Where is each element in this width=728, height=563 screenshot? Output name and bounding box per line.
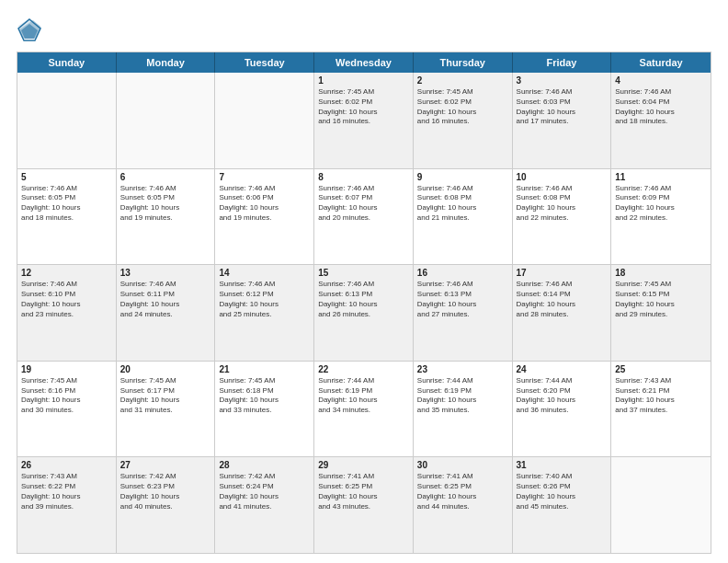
calendar-body: 1Sunrise: 7:45 AMSunset: 6:02 PMDaylight… — [17, 73, 711, 553]
calendar-header-cell: Sunday — [17, 52, 117, 73]
cell-info: Sunrise: 7:44 AMSunset: 6:19 PMDaylight:… — [417, 376, 508, 416]
cell-info: Sunrise: 7:41 AMSunset: 6:25 PMDaylight:… — [417, 472, 508, 511]
calendar-cell: 7Sunrise: 7:46 AMSunset: 6:06 PMDaylight… — [215, 169, 314, 265]
cell-info: Sunrise: 7:46 AMSunset: 6:03 PMDaylight:… — [517, 87, 608, 127]
cell-info: Sunrise: 7:46 AMSunset: 6:09 PMDaylight:… — [615, 184, 707, 224]
calendar-cell: 3Sunrise: 7:46 AMSunset: 6:03 PMDaylight… — [513, 73, 612, 168]
calendar-cell: 27Sunrise: 7:42 AMSunset: 6:23 PMDayligh… — [117, 457, 216, 553]
calendar-cell: 30Sunrise: 7:41 AMSunset: 6:25 PMDayligh… — [414, 457, 513, 553]
cell-info: Sunrise: 7:45 AMSunset: 6:18 PMDaylight:… — [219, 376, 310, 416]
cell-info: Sunrise: 7:46 AMSunset: 6:10 PMDaylight:… — [21, 280, 112, 319]
calendar-cell: 19Sunrise: 7:45 AMSunset: 6:16 PMDayligh… — [17, 362, 117, 457]
calendar-cell: 5Sunrise: 7:46 AMSunset: 6:05 PMDaylight… — [17, 169, 117, 265]
day-number: 19 — [21, 364, 112, 374]
cell-info: Sunrise: 7:45 AMSunset: 6:15 PMDaylight:… — [615, 280, 707, 319]
cell-info: Sunrise: 7:40 AMSunset: 6:26 PMDaylight:… — [517, 472, 608, 511]
day-number: 9 — [417, 172, 508, 182]
calendar-cell: 11Sunrise: 7:46 AMSunset: 6:09 PMDayligh… — [611, 169, 711, 265]
calendar: SundayMondayTuesdayWednesdayThursdayFrid… — [17, 52, 711, 554]
calendar-cell: 13Sunrise: 7:46 AMSunset: 6:11 PMDayligh… — [117, 265, 216, 361]
day-number: 24 — [517, 364, 608, 374]
day-number: 17 — [517, 268, 608, 278]
cell-info: Sunrise: 7:46 AMSunset: 6:08 PMDaylight:… — [417, 184, 508, 224]
calendar-cell: 12Sunrise: 7:46 AMSunset: 6:10 PMDayligh… — [17, 265, 117, 361]
day-number: 5 — [21, 172, 112, 182]
cell-info: Sunrise: 7:41 AMSunset: 6:25 PMDaylight:… — [318, 472, 409, 511]
calendar-cell: 9Sunrise: 7:46 AMSunset: 6:08 PMDaylight… — [414, 169, 513, 265]
page: SundayMondayTuesdayWednesdayThursdayFrid… — [0, 0, 728, 563]
cell-info: Sunrise: 7:46 AMSunset: 6:06 PMDaylight:… — [219, 184, 310, 224]
day-number: 22 — [318, 364, 409, 374]
day-number: 13 — [120, 268, 211, 278]
day-number: 23 — [417, 364, 508, 374]
calendar-header-cell: Tuesday — [215, 52, 314, 73]
calendar-cell: 10Sunrise: 7:46 AMSunset: 6:08 PMDayligh… — [513, 169, 612, 265]
cell-info: Sunrise: 7:46 AMSunset: 6:11 PMDaylight:… — [120, 280, 211, 319]
logo-icon — [17, 17, 42, 42]
cell-info: Sunrise: 7:46 AMSunset: 6:08 PMDaylight:… — [517, 184, 608, 224]
day-number: 3 — [517, 75, 608, 86]
calendar-week: 5Sunrise: 7:46 AMSunset: 6:05 PMDaylight… — [17, 169, 711, 266]
day-number: 28 — [219, 460, 310, 470]
day-number: 14 — [219, 268, 310, 278]
calendar-cell: 4Sunrise: 7:46 AMSunset: 6:04 PMDaylight… — [611, 73, 711, 168]
day-number: 11 — [615, 172, 707, 182]
calendar-cell: 25Sunrise: 7:43 AMSunset: 6:21 PMDayligh… — [611, 362, 711, 457]
cell-info: Sunrise: 7:46 AMSunset: 6:13 PMDaylight:… — [417, 280, 508, 319]
calendar-cell: 20Sunrise: 7:45 AMSunset: 6:17 PMDayligh… — [117, 362, 216, 457]
day-number: 6 — [120, 172, 211, 182]
calendar-cell: 17Sunrise: 7:46 AMSunset: 6:14 PMDayligh… — [513, 265, 612, 361]
day-number: 12 — [21, 268, 112, 278]
calendar-cell: 26Sunrise: 7:43 AMSunset: 6:22 PMDayligh… — [17, 457, 117, 553]
calendar-cell — [215, 73, 314, 168]
cell-info: Sunrise: 7:46 AMSunset: 6:07 PMDaylight:… — [318, 184, 409, 224]
calendar-cell: 14Sunrise: 7:46 AMSunset: 6:12 PMDayligh… — [215, 265, 314, 361]
calendar-cell: 8Sunrise: 7:46 AMSunset: 6:07 PMDaylight… — [314, 169, 414, 265]
day-number: 25 — [615, 364, 707, 374]
cell-info: Sunrise: 7:43 AMSunset: 6:21 PMDaylight:… — [615, 376, 707, 416]
calendar-cell: 6Sunrise: 7:46 AMSunset: 6:05 PMDaylight… — [117, 169, 216, 265]
day-number: 1 — [318, 75, 409, 86]
day-number: 15 — [318, 268, 409, 278]
calendar-cell: 28Sunrise: 7:42 AMSunset: 6:24 PMDayligh… — [215, 457, 314, 553]
cell-info: Sunrise: 7:42 AMSunset: 6:23 PMDaylight:… — [120, 472, 211, 511]
calendar-header-cell: Monday — [117, 52, 216, 73]
day-number: 30 — [417, 460, 508, 470]
calendar-week: 12Sunrise: 7:46 AMSunset: 6:10 PMDayligh… — [17, 265, 711, 362]
calendar-cell — [117, 73, 216, 168]
day-number: 16 — [417, 268, 508, 278]
calendar-cell: 24Sunrise: 7:44 AMSunset: 6:20 PMDayligh… — [513, 362, 612, 457]
calendar-cell: 23Sunrise: 7:44 AMSunset: 6:19 PMDayligh… — [414, 362, 513, 457]
day-number: 26 — [21, 460, 112, 470]
cell-info: Sunrise: 7:44 AMSunset: 6:19 PMDaylight:… — [318, 376, 409, 416]
calendar-cell: 2Sunrise: 7:45 AMSunset: 6:02 PMDaylight… — [414, 73, 513, 168]
calendar-week: 26Sunrise: 7:43 AMSunset: 6:22 PMDayligh… — [17, 457, 711, 553]
cell-info: Sunrise: 7:46 AMSunset: 6:14 PMDaylight:… — [517, 280, 608, 319]
day-number: 2 — [417, 75, 508, 86]
calendar-week: 1Sunrise: 7:45 AMSunset: 6:02 PMDaylight… — [17, 73, 711, 169]
calendar-header-cell: Friday — [513, 52, 612, 73]
calendar-cell — [17, 73, 117, 168]
cell-info: Sunrise: 7:46 AMSunset: 6:05 PMDaylight:… — [120, 184, 211, 224]
calendar-header-cell: Thursday — [414, 52, 513, 73]
calendar-header-row: SundayMondayTuesdayWednesdayThursdayFrid… — [17, 52, 711, 73]
cell-info: Sunrise: 7:45 AMSunset: 6:02 PMDaylight:… — [417, 87, 508, 127]
calendar-week: 19Sunrise: 7:45 AMSunset: 6:16 PMDayligh… — [17, 362, 711, 458]
cell-info: Sunrise: 7:44 AMSunset: 6:20 PMDaylight:… — [517, 376, 608, 416]
cell-info: Sunrise: 7:45 AMSunset: 6:16 PMDaylight:… — [21, 376, 112, 416]
day-number: 8 — [318, 172, 409, 182]
calendar-cell: 21Sunrise: 7:45 AMSunset: 6:18 PMDayligh… — [215, 362, 314, 457]
calendar-header-cell: Wednesday — [314, 52, 414, 73]
day-number: 31 — [517, 460, 608, 470]
calendar-cell: 31Sunrise: 7:40 AMSunset: 6:26 PMDayligh… — [513, 457, 612, 553]
cell-info: Sunrise: 7:46 AMSunset: 6:12 PMDaylight:… — [219, 280, 310, 319]
header — [17, 17, 711, 42]
day-number: 21 — [219, 364, 310, 374]
cell-info: Sunrise: 7:42 AMSunset: 6:24 PMDaylight:… — [219, 472, 310, 511]
calendar-cell: 16Sunrise: 7:46 AMSunset: 6:13 PMDayligh… — [414, 265, 513, 361]
day-number: 27 — [120, 460, 211, 470]
calendar-cell — [611, 457, 711, 553]
day-number: 20 — [120, 364, 211, 374]
calendar-cell: 1Sunrise: 7:45 AMSunset: 6:02 PMDaylight… — [314, 73, 414, 168]
cell-info: Sunrise: 7:46 AMSunset: 6:04 PMDaylight:… — [615, 87, 707, 127]
